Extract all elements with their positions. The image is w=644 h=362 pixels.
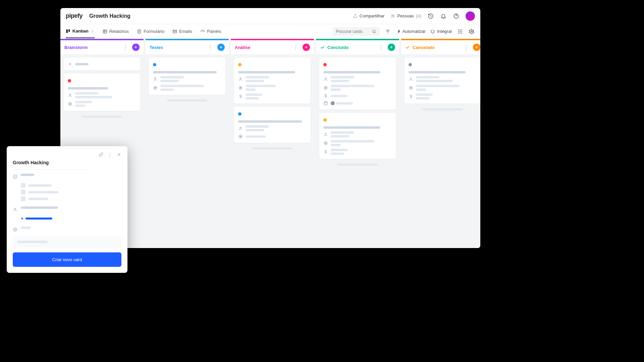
gear-icon <box>469 29 474 34</box>
phase-concluido: Concluído ⋮ + $ <box>316 39 399 248</box>
share-button[interactable]: Compartilhar <box>353 13 384 18</box>
dollar-icon: $ <box>409 94 413 99</box>
checklist-icon <box>13 174 17 179</box>
svg-point-13 <box>460 31 461 32</box>
help-icon <box>453 13 459 19</box>
card[interactable] <box>234 107 311 143</box>
settings-button[interactable] <box>468 28 475 35</box>
card[interactable]: $ <box>234 58 311 104</box>
topbar: pipefy Growth Hacking Compartilhar Pesso… <box>60 8 480 24</box>
check-icon <box>405 45 410 50</box>
user-icon <box>238 126 243 131</box>
history-button[interactable] <box>427 13 434 19</box>
svg-point-1 <box>393 15 394 16</box>
filter-button[interactable] <box>384 28 391 35</box>
label-dot <box>238 112 241 116</box>
phase-analise: Análise ⋮ + $ <box>231 39 314 248</box>
svg-rect-5 <box>103 30 107 33</box>
svg-point-37 <box>325 142 326 144</box>
description-input[interactable] <box>13 236 121 248</box>
view-toolbar: Kanban Relatórios Formulário Emails Pain… <box>60 24 480 39</box>
svg-rect-3 <box>66 29 68 33</box>
svg-point-40 <box>410 87 412 88</box>
create-card-modal: ⋮ Growth Hacking + Criar novo card <box>7 146 127 273</box>
dollar-icon: $ <box>323 94 328 98</box>
phase-add-button[interactable]: + <box>303 44 310 51</box>
radio-icon <box>238 85 243 90</box>
tab-kanban-label: Kanban <box>72 28 89 34</box>
tab-form[interactable]: Formulário <box>137 25 164 38</box>
svg-point-8 <box>373 30 375 32</box>
help-button[interactable] <box>453 13 460 19</box>
tab-reports[interactable]: Relatórios <box>103 25 129 38</box>
modal-menu-button[interactable]: ⋮ <box>107 152 113 159</box>
close-icon[interactable] <box>117 152 121 157</box>
phase-menu-button[interactable]: ⋮ <box>377 44 385 51</box>
check-icon <box>320 45 325 50</box>
radio-icon <box>323 141 328 145</box>
logo: pipefy <box>66 12 83 19</box>
search-input[interactable] <box>336 29 372 34</box>
phase-footer <box>167 100 207 102</box>
card[interactable]: $ <box>405 58 480 104</box>
integrate-icon <box>430 29 435 34</box>
card[interactable]: $ <box>319 58 396 110</box>
people-count: (4) <box>416 13 421 18</box>
tab-dashboards[interactable]: Painéis <box>200 25 221 38</box>
checklist-option[interactable] <box>21 183 121 188</box>
phase-menu-button[interactable]: ⋮ <box>462 44 470 51</box>
phase-footer <box>337 164 378 166</box>
tab-dashboards-label: Painéis <box>207 29 221 34</box>
svg-point-38 <box>410 78 412 79</box>
card[interactable]: $ <box>319 113 396 159</box>
user-icon <box>13 207 17 212</box>
svg-point-15 <box>458 33 459 34</box>
phase-add-button[interactable]: + <box>132 44 140 51</box>
svg-point-31 <box>325 78 326 79</box>
integrate-button[interactable]: Integrar <box>430 29 452 34</box>
phase-name: Cancelado <box>413 45 460 50</box>
phase-menu-button[interactable]: ⋮ <box>121 44 129 51</box>
user-icon <box>323 132 328 137</box>
phase-footer <box>252 147 292 149</box>
checklist-option[interactable] <box>21 196 121 201</box>
phase-name: Testes <box>150 45 204 50</box>
svg-point-14 <box>461 31 462 32</box>
add-assignee-button[interactable]: + <box>21 216 121 221</box>
automate-button[interactable]: Automatizar <box>396 29 426 34</box>
tab-kanban[interactable]: Kanban <box>66 24 95 38</box>
create-card-button[interactable]: Criar novo card <box>13 252 121 267</box>
notifications-button[interactable] <box>440 13 447 19</box>
phase-add-button[interactable]: + <box>217 44 225 51</box>
search-box[interactable] <box>333 27 380 36</box>
tab-emails-label: Emails <box>179 29 192 34</box>
phase-add-button[interactable]: + <box>473 44 480 51</box>
radio-icon <box>68 102 72 106</box>
card[interactable] <box>64 58 140 70</box>
card[interactable] <box>64 74 140 111</box>
svg-point-9 <box>458 29 459 31</box>
svg-point-25 <box>240 78 241 79</box>
user-icon <box>238 77 243 81</box>
card[interactable] <box>149 58 225 95</box>
svg-point-24 <box>155 87 156 88</box>
radio-icon <box>409 85 413 90</box>
checklist-option[interactable] <box>21 190 121 194</box>
people-button[interactable]: Pessoas (4) <box>390 13 421 18</box>
svg-point-33 <box>325 87 326 88</box>
mention-icon <box>13 227 17 232</box>
form-icon <box>137 29 142 34</box>
svg-rect-4 <box>68 29 70 32</box>
svg-point-27 <box>240 87 241 88</box>
tab-emails[interactable]: Emails <box>172 25 192 38</box>
svg-point-35 <box>325 133 326 134</box>
phase-footer <box>82 116 122 118</box>
phase-add-button[interactable]: + <box>388 44 395 51</box>
phase-name: Brainstorm <box>64 45 119 50</box>
link-icon[interactable] <box>99 152 103 157</box>
phase-menu-button[interactable]: ⋮ <box>207 44 215 51</box>
svg-point-11 <box>461 29 462 31</box>
user-avatar[interactable] <box>466 11 475 21</box>
apps-button[interactable] <box>457 28 464 35</box>
phase-menu-button[interactable]: ⋮ <box>292 44 300 51</box>
